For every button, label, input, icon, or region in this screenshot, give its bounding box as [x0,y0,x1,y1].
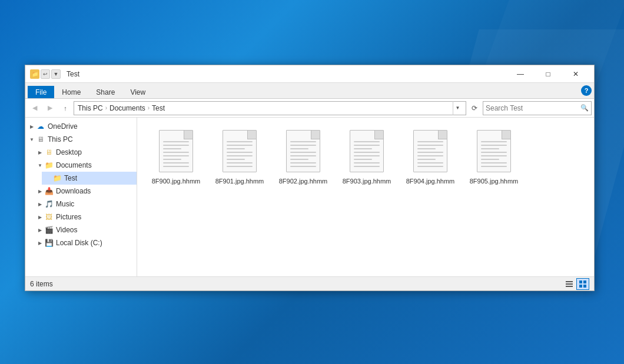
doc-line [481,166,507,167]
back-button[interactable]: ◀ [28,101,42,115]
file-item[interactable]: 8F901.jpg.hhmm [210,123,269,189]
sidebar-item-this-pc[interactable]: ▼ 🖥 This PC [25,133,137,146]
main-content: ▶ ☁ OneDrive ▼ 🖥 This PC ▶ 🖥 Desktop ▼ 📁… [25,118,594,276]
doc-line [163,141,189,142]
doc-line [227,148,245,149]
sidebar-item-desktop[interactable]: ▶ 🖥 Desktop [34,146,137,159]
doc-icon-lines [481,141,507,167]
svg-rect-1 [566,283,573,285]
tab-file[interactable]: File [28,86,54,98]
doc-icon [477,130,511,172]
title-icon-dropdown[interactable]: ▼ [51,69,61,79]
expand-arrow-local-disk: ▶ [36,239,44,247]
doc-line [481,148,499,149]
file-name: 8F905.jpg.hhmm [470,177,519,185]
svg-rect-4 [583,280,586,283]
file-icon-wrapper [346,128,388,175]
tab-view[interactable]: View [122,86,153,98]
sidebar-item-local-disk[interactable]: ▶ 💾 Local Disk (C:) [34,236,137,249]
sidebar-item-videos[interactable]: ▶ 🎬 Videos [34,223,137,236]
expand-arrow-test [44,174,52,182]
doc-line [417,166,443,167]
sidebar-item-pictures[interactable]: ▶ 🖼 Pictures [34,211,137,223]
search-box[interactable]: 🔍 [483,101,592,115]
doc-icon-lines [354,141,380,167]
svg-rect-3 [579,280,582,283]
breadcrumb-sep-1: › [105,105,107,111]
refresh-button[interactable]: ⟳ [467,101,482,115]
sidebar: ▶ ☁ OneDrive ▼ 🖥 This PC ▶ 🖥 Desktop ▼ 📁… [25,118,137,276]
doc-line [163,159,181,160]
file-name: 8F902.jpg.hhmm [279,177,328,185]
file-item[interactable]: 8F904.jpg.hhmm [401,123,460,189]
doc-line [227,145,253,146]
doc-line [163,162,189,163]
doc-line [290,166,316,167]
large-icons-view-button[interactable] [576,278,589,290]
file-name: 8F903.jpg.hhmm [343,177,391,185]
minimize-button[interactable]: — [507,65,534,83]
details-icon [565,280,573,288]
videos-icon: 🎬 [44,225,54,235]
file-item[interactable]: 8F902.jpg.hhmm [274,123,333,189]
file-name: 8F901.jpg.hhmm [215,177,264,185]
sidebar-item-test[interactable]: 📁 Test [42,172,137,185]
doc-line [227,141,253,142]
doc-line [417,145,443,146]
doc-line [290,155,316,156]
sidebar-item-downloads[interactable]: ▶ 📥 Downloads [34,185,137,198]
file-name: 8F904.jpg.hhmm [406,177,455,185]
maximize-button[interactable]: □ [535,65,562,83]
svg-rect-5 [579,285,582,288]
pictures-icon: 🖼 [44,212,54,222]
sidebar-label-music: Music [56,200,74,208]
svg-rect-0 [566,281,573,282]
sidebar-label-documents: Documents [56,161,92,169]
sidebar-label-videos: Videos [56,226,77,234]
title-icon-back[interactable]: ↩ [41,69,50,79]
address-path[interactable]: This PC › Documents › Test ▼ [74,101,466,115]
breadcrumb-this-pc[interactable]: This PC [78,104,103,112]
details-view-button[interactable] [563,278,576,290]
forward-button[interactable]: ▶ [43,101,57,115]
pc-icon: 🖥 [36,135,45,144]
doc-line [481,159,499,160]
tab-home[interactable]: Home [54,86,88,98]
view-icons [563,278,589,290]
doc-line [163,148,181,149]
file-item[interactable]: 8F905.jpg.hhmm [464,123,523,189]
sidebar-item-onedrive[interactable]: ▶ ☁ OneDrive [25,120,137,133]
doc-icon-lines [227,141,253,167]
music-icon: 🎵 [44,199,54,209]
breadcrumb-sep-2: › [148,105,150,111]
help-button[interactable]: ? [581,85,592,96]
search-input[interactable] [486,104,580,112]
doc-icon [159,130,193,172]
doc-line [290,148,308,149]
breadcrumb-documents[interactable]: Documents [109,104,145,112]
search-icon[interactable]: 🔍 [580,104,589,112]
tab-share[interactable]: Share [88,86,122,98]
expand-arrow-this-pc: ▼ [28,135,36,143]
sidebar-item-documents[interactable]: ▼ 📁 Documents [34,159,137,172]
file-icon-wrapper [155,128,197,175]
file-icon-wrapper [409,128,452,175]
sidebar-label-desktop: Desktop [56,148,82,156]
breadcrumb-test[interactable]: Test [152,104,165,112]
doc-icon-lines [290,141,316,167]
local-disk-icon: 💾 [44,238,54,248]
doc-icon [350,130,384,172]
address-dropdown[interactable]: ▼ [453,101,462,115]
file-item[interactable]: 8F900.jpg.hhmm [147,123,205,189]
up-button[interactable]: ↑ [58,101,72,115]
file-item[interactable]: 8F903.jpg.hhmm [337,123,396,189]
window-title: Test [67,70,507,78]
breadcrumb: This PC › Documents › Test [78,104,165,112]
doc-line [227,166,253,167]
doc-line [227,162,253,163]
doc-line [227,159,245,160]
sidebar-label-onedrive: OneDrive [48,122,78,131]
close-button[interactable]: ✕ [562,65,589,83]
title-icon-folder: 📁 [30,69,39,79]
sidebar-item-music[interactable]: ▶ 🎵 Music [34,198,137,211]
